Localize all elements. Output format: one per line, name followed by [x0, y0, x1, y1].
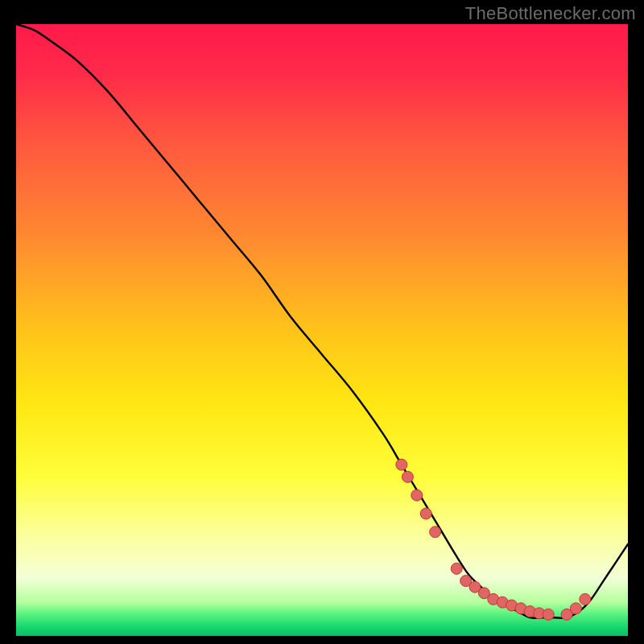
chart-svg [16, 24, 628, 636]
chart-container: TheBottlenecker.com [0, 0, 644, 644]
gradient-bg [16, 24, 628, 636]
watermark-text: TheBottlenecker.com [465, 3, 636, 24]
highlight-dot [411, 489, 423, 501]
highlight-dot [420, 508, 431, 519]
highlight-dot [402, 471, 413, 482]
highlight-dot [543, 609, 554, 620]
highlight-dot [570, 603, 581, 614]
plot-area [16, 24, 628, 636]
highlight-dot [396, 459, 407, 470]
highlight-dot [580, 593, 591, 605]
highlight-dot [430, 526, 441, 538]
highlight-dot [451, 563, 462, 574]
